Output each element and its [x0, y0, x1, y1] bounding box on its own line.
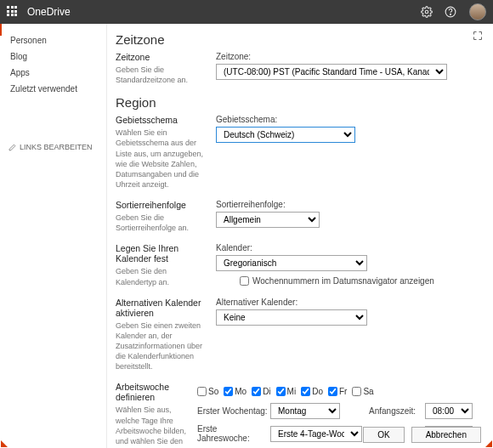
nav-item[interactable]: Blog: [0, 48, 106, 65]
gebiet-label: Gebietsschema: [116, 115, 209, 125]
settings-icon[interactable]: [420, 5, 434, 19]
main-panel: Zeitzone Zeitzone Geben Sie die Standard…: [107, 24, 493, 448]
nav-item[interactable]: Apps: [0, 65, 106, 81]
day-do[interactable]: [301, 387, 310, 396]
zeitzone-label: Zeitzone: [116, 52, 209, 62]
altkal-select[interactable]: Keine: [216, 309, 367, 326]
day-sa[interactable]: [352, 387, 361, 396]
kalender-desc: Geben Sie den Kalendertyp an.: [116, 266, 209, 286]
day-mi[interactable]: [276, 387, 286, 396]
svg-point-0: [425, 10, 428, 14]
left-nav: Personen Blog Apps Zuletzt verwendet LIN…: [0, 24, 107, 448]
day-fr[interactable]: [328, 387, 337, 396]
kalender-field-label: Kalender:: [216, 243, 479, 252]
sort-desc: Geben Sie die Sortierreihenfolge an.: [116, 213, 209, 233]
weeknum-checkbox[interactable]: [240, 276, 249, 286]
brand-title: OneDrive: [27, 6, 71, 18]
app-launcher-icon[interactable]: [7, 6, 19, 18]
sort-select[interactable]: Allgemein: [216, 212, 320, 228]
avatar[interactable]: [469, 3, 486, 20]
zeitzone-field-label: Zeitzone:: [216, 52, 479, 61]
top-bar: OneDrive: [0, 0, 493, 24]
gebiet-field-label: Gebietsschema:: [216, 115, 479, 124]
zeitzone-desc: Geben Sie die Standardzeitzone an.: [116, 65, 209, 85]
section-title-region: Region: [116, 95, 479, 110]
firstweek-select[interactable]: Erste 4-Tage-Woche: [270, 426, 362, 442]
altkal-desc: Geben Sie einen zweiten Kalender an, der…: [116, 320, 209, 372]
nav-item[interactable]: Personen: [0, 32, 106, 48]
sort-label: Sortierreihenfolge: [116, 200, 209, 210]
altkal-field-label: Alternativer Kalender:: [216, 298, 479, 307]
kalender-label: Legen Sie Ihren Kalender fest: [116, 243, 209, 264]
fullscreen-icon[interactable]: [473, 31, 483, 41]
nav-item[interactable]: Zuletzt verwendet: [0, 81, 106, 97]
day-mo[interactable]: [224, 387, 233, 396]
day-so[interactable]: [197, 387, 207, 396]
resize-corner-icon: [485, 440, 492, 447]
firstday-select[interactable]: Montag: [270, 403, 340, 419]
altkal-label: Alternativen Kalender aktivieren: [116, 298, 209, 318]
day-di[interactable]: [252, 387, 261, 396]
svg-point-2: [450, 14, 451, 14]
weeknum-label: Wochennummern im Datumsnavigator anzeige…: [252, 276, 434, 286]
kalender-select[interactable]: Gregorianisch: [216, 255, 367, 271]
pencil-icon: [8, 144, 16, 151]
zeitzone-select[interactable]: (UTC-08:00) PST (Pacific Standard Time -…: [216, 64, 447, 80]
edit-links-label: LINKS BEARBEITEN: [20, 143, 93, 151]
sort-field-label: Sortierreihenfolge:: [216, 200, 479, 209]
woche-label: Arbeitswoche definieren: [116, 382, 190, 402]
workdays-group: So Mo Di Mi Do Fr Sa: [197, 387, 479, 396]
start-label: Anfangszeit:: [369, 406, 425, 416]
dialog-footer: OK Abbrechen: [363, 427, 481, 443]
edit-links[interactable]: LINKS BEARBEITEN: [8, 143, 93, 151]
gebiet-desc: Wählen Sie ein Gebietsschema aus der Lis…: [116, 128, 209, 190]
gebiet-select[interactable]: Deutsch (Schweiz): [216, 127, 355, 143]
section-title-zeitzone: Zeitzone: [116, 32, 479, 47]
cancel-button[interactable]: Abbrechen: [411, 427, 481, 443]
ok-button[interactable]: OK: [363, 427, 404, 443]
start-select[interactable]: 08:00: [425, 403, 473, 419]
woche-desc: Wählen Sie aus, welche Tage Ihre Arbeits…: [116, 405, 190, 448]
firstday-label: Erster Wochentag:: [197, 406, 270, 416]
help-icon[interactable]: [444, 5, 457, 19]
firstweek-label: Erste Jahreswoche:: [197, 424, 270, 443]
resize-corner-icon: [1, 440, 8, 447]
